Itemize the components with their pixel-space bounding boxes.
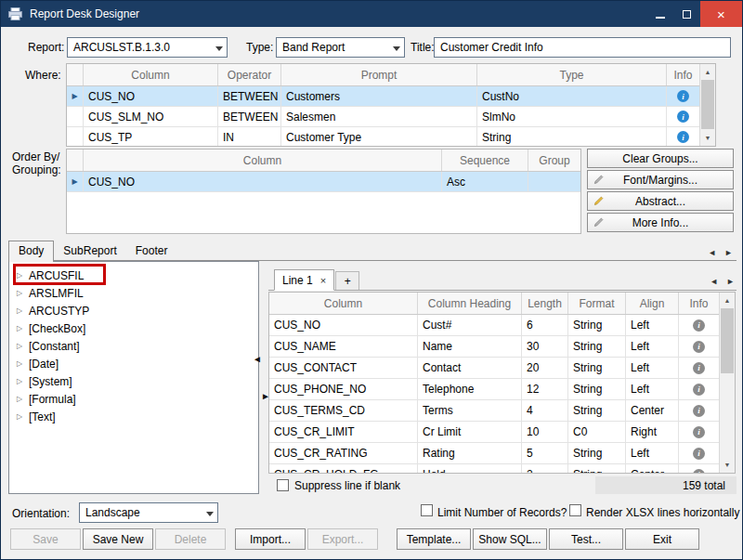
suppress-line-checkbox[interactable]	[277, 479, 289, 491]
col-header-sequence[interactable]: Sequence	[442, 150, 528, 171]
scroll-down-icon[interactable]: ▼	[720, 457, 735, 473]
col-header-column[interactable]: Column	[84, 64, 218, 85]
expander-icon[interactable]: ▷	[17, 412, 29, 421]
tree-item-formula[interactable]: ▷[Formula]	[9, 390, 258, 408]
tab-scroll-right-icon[interactable]: ►	[726, 277, 735, 286]
tree-item-date[interactable]: ▷[Date]	[9, 355, 258, 372]
where-cell-column[interactable]: CUS_NO	[84, 86, 218, 106]
line-cell-heading[interactable]: Name	[418, 336, 522, 357]
line-cell-column[interactable]: CUS_TERMS_CD	[269, 400, 418, 421]
info-icon[interactable]: i	[693, 426, 705, 438]
col-header-heading[interactable]: Column Heading	[418, 293, 522, 314]
scroll-up-icon[interactable]: ▲	[700, 64, 715, 80]
order-cell-column[interactable]: CUS_NO	[84, 172, 442, 191]
info-icon[interactable]: i	[693, 362, 705, 374]
order-row[interactable]: ▶ CUS_NO Asc	[67, 172, 580, 192]
tab-scroll-left-icon[interactable]: ◄	[708, 248, 716, 257]
close-icon[interactable]: ×	[320, 275, 326, 286]
line-cell-info[interactable]: i	[679, 400, 719, 421]
col-header-type[interactable]: Type	[477, 64, 667, 85]
scroll-down-icon[interactable]: ▼	[700, 130, 715, 146]
where-cell-prompt[interactable]: Customer Type	[281, 127, 477, 147]
tree-item-arslmfil[interactable]: ▷ARSLMFIL	[9, 284, 258, 302]
line-cell-heading[interactable]: Terms	[418, 400, 522, 421]
minimize-button[interactable]	[646, 1, 673, 27]
line-cell-align[interactable]: Center	[626, 464, 679, 474]
where-cell-prompt[interactable]: Salesmen	[281, 107, 477, 126]
where-row[interactable]: CUS_SLM_NO BETWEEN Salesmen SlmNo i	[67, 107, 699, 127]
chevron-down-icon[interactable]	[211, 38, 227, 57]
line-grid-scrollbar[interactable]: ▲ ▼	[719, 293, 735, 473]
line-row[interactable]: CUS_CR_RATING Rating 5 String Left i	[269, 443, 719, 464]
line-cell-align[interactable]: Right	[626, 422, 679, 442]
line-row[interactable]: CUS_CR_LIMIT Cr Limit 10 C0 Right i	[269, 422, 719, 443]
line-cell-length[interactable]: 2	[522, 464, 568, 474]
chevron-down-icon[interactable]	[388, 38, 404, 57]
line-cell-length[interactable]: 12	[522, 379, 568, 399]
info-icon[interactable]: i	[693, 469, 705, 475]
line-cell-info[interactable]: i	[679, 464, 719, 474]
line-cell-column[interactable]: CUS_PHONE_NO	[269, 379, 418, 399]
line-cell-column[interactable]: CUS_NO	[269, 315, 418, 335]
expander-icon[interactable]: ▷	[17, 395, 29, 403]
expander-icon[interactable]: ▷	[17, 359, 29, 368]
row-selector[interactable]	[67, 107, 84, 126]
where-scrollbar[interactable]: ▲ ▼	[699, 64, 715, 146]
line-cell-length[interactable]: 20	[522, 358, 568, 378]
type-combobox[interactable]: Band Report	[276, 37, 405, 58]
line-row[interactable]: CUS_TERMS_CD Terms 4 String Center i	[269, 400, 719, 422]
line-cell-format[interactable]: String	[568, 336, 626, 357]
expander-icon[interactable]: ▷	[17, 289, 29, 297]
where-cell-operator[interactable]: BETWEEN	[218, 86, 281, 106]
line-row[interactable]: CUS_NAME Name 30 String Left i	[269, 336, 719, 358]
line-cell-align[interactable]: Left	[626, 443, 679, 463]
line-cell-align[interactable]: Left	[626, 336, 679, 357]
line-row[interactable]: CUS_NO Cust# 6 String Left i	[269, 315, 719, 336]
delete-button[interactable]: Delete	[155, 528, 226, 550]
col-header-column[interactable]: Column	[84, 150, 442, 171]
collapse-left-panel-icon[interactable]: ◄	[253, 354, 262, 364]
row-selector[interactable]: ▶	[67, 86, 84, 106]
line-cell-align[interactable]: Left	[626, 315, 679, 335]
line-cell-format[interactable]: String	[568, 379, 626, 399]
line-cell-info[interactable]: i	[679, 443, 719, 463]
info-icon[interactable]: i	[693, 341, 705, 353]
where-cell-type[interactable]: CustNo	[477, 86, 667, 106]
line-cell-format[interactable]: String	[568, 400, 626, 421]
clear-groups-button[interactable]: Clear Groups...	[587, 149, 734, 168]
tree-item-constant[interactable]: ▷[Constant]	[9, 337, 258, 355]
expander-icon[interactable]: ▷	[17, 377, 29, 385]
order-cell-group[interactable]	[528, 172, 580, 191]
save-new-button[interactable]: Save New	[83, 528, 153, 550]
expander-icon[interactable]: ▷	[17, 342, 29, 350]
col-header-format[interactable]: Format	[568, 293, 626, 314]
where-cell-operator[interactable]: BETWEEN	[218, 107, 281, 126]
font-margins-button[interactable]: Font/Margins...	[587, 170, 734, 189]
line-cell-align[interactable]: Left	[626, 379, 679, 399]
where-cell-type[interactable]: String	[477, 127, 667, 147]
tab-body[interactable]: Body	[8, 241, 54, 262]
line-cell-heading[interactable]: Telephone	[418, 379, 522, 399]
where-cell-info[interactable]: i	[667, 86, 699, 106]
expander-icon[interactable]: ▷	[17, 306, 29, 315]
where-row[interactable]: CUS_TP IN Customer Type String i	[67, 127, 699, 147]
line-row[interactable]: CUS_CONTACT Contact 20 String Left i	[269, 358, 719, 379]
line-cell-info[interactable]: i	[679, 379, 719, 399]
info-icon[interactable]: i	[677, 111, 689, 123]
line-cell-length[interactable]: 30	[522, 336, 568, 357]
line-cell-format[interactable]: String	[568, 464, 626, 474]
line-cell-align[interactable]: Left	[626, 358, 679, 378]
col-header-info[interactable]: Info	[667, 64, 699, 85]
add-line-tab[interactable]: +	[335, 271, 359, 290]
line-cell-format[interactable]: C0	[568, 422, 626, 442]
where-cell-info[interactable]: i	[667, 107, 699, 126]
test-button[interactable]: Test...	[549, 528, 623, 550]
line-cell-info[interactable]: i	[679, 358, 719, 378]
maximize-button[interactable]	[673, 1, 700, 27]
tab-footer[interactable]: Footer	[126, 241, 177, 261]
template-button[interactable]: Template...	[397, 528, 471, 550]
report-combobox[interactable]: ARCUSLST.B.1.3.0	[67, 37, 228, 58]
line-cell-info[interactable]: i	[679, 422, 719, 442]
line-cell-heading[interactable]: Cr Limit	[418, 422, 522, 442]
info-icon[interactable]: i	[693, 384, 705, 396]
